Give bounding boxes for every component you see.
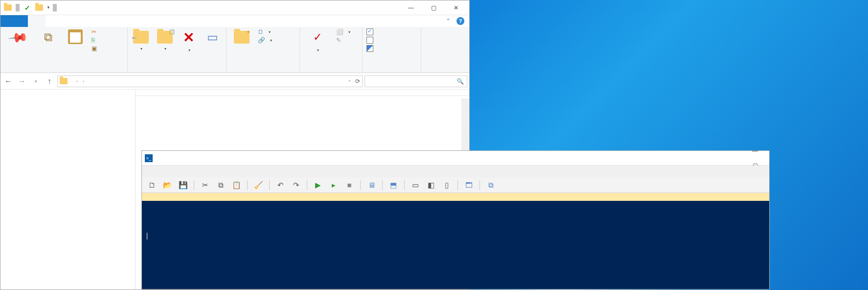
ise-toolbar[interactable]: 🗋 📂 💾 ✂ ⧉ 📋 🧹 ↶ ↷ ▶ ▸ ■ 🖥 ⬒ ▭ ◧ ▯ 🗔 ⧉ — [142, 177, 769, 193]
new-script-icon[interactable]: 🗋 — [145, 178, 159, 192]
search-icon[interactable]: 🔍 — [457, 78, 464, 85]
layout2-icon[interactable]: ◧ — [424, 178, 438, 192]
run-selection-icon[interactable]: ▸ — [327, 178, 341, 192]
minimize-button[interactable]: — — [400, 0, 422, 15]
ise-app-icon: >_ — [145, 154, 153, 162]
run-icon[interactable]: ▶ — [311, 178, 325, 192]
address-bar[interactable]: › › ⌄ ⟳ — [57, 75, 363, 87]
new-item-button[interactable]: 🗋▾ — [257, 28, 273, 36]
ise-console[interactable] — [142, 201, 769, 289]
paste-icon[interactable]: 📋 — [229, 178, 243, 192]
titlebar[interactable]: ✓ ▼ — ▢ ✕ — [0, 0, 469, 15]
ise-minimize-button[interactable]: — — [744, 144, 766, 158]
ise-titlebar[interactable]: >_ — ▢ — [142, 151, 769, 166]
paste-button[interactable] — [63, 28, 88, 46]
tab-file[interactable] — [0, 15, 28, 27]
powershell-ise-window: >_ — ▢ 🗋 📂 💾 ✂ ⧉ 📋 🧹 ↶ ↷ ▶ ▸ ■ 🖥 ⬒ ▭ ◧ ▯… — [141, 150, 770, 290]
search-input[interactable] — [368, 78, 457, 85]
select-all-button[interactable] — [365, 28, 376, 36]
select-none-button[interactable] — [365, 36, 376, 44]
new-tab-icon[interactable]: ⬒ — [387, 178, 400, 192]
refresh-icon[interactable]: ⟳ — [355, 78, 360, 85]
copy-to-button[interactable]: ❐▾ — [155, 28, 176, 51]
delete-button[interactable]: ✕▾ — [179, 28, 200, 52]
cut-icon[interactable]: ✂ — [198, 178, 212, 192]
column-headers[interactable] — [136, 90, 469, 96]
copy-icon[interactable]: ⧉ — [214, 178, 228, 192]
layout3-icon[interactable]: ▯ — [440, 178, 454, 192]
tab-home[interactable] — [28, 15, 46, 27]
pin-quick-access-button[interactable]: 📌 — [3, 28, 33, 47]
collapse-ribbon-icon[interactable]: ⌃ — [446, 18, 451, 24]
remote-icon[interactable]: 🖥 — [365, 178, 378, 192]
edit-button[interactable]: ✎ — [335, 36, 351, 44]
new-folder-button[interactable]: ✦ — [229, 28, 254, 45]
tab-view[interactable] — [63, 15, 81, 27]
ise-menubar[interactable] — [142, 166, 769, 177]
show-command-icon[interactable]: ⧉ — [484, 178, 498, 192]
navbar: ← → ▾ ↑ › › ⌄ ⟳ 🔍 — [0, 73, 469, 90]
back-button[interactable]: ← — [2, 75, 14, 87]
copy-path-button[interactable]: ⎘ — [91, 36, 100, 44]
paste-shortcut-button[interactable]: ▣ — [91, 45, 100, 52]
help-icon[interactable]: ? — [457, 17, 464, 25]
commands-icon[interactable]: 🗔 — [462, 178, 476, 192]
invert-selection-button[interactable] — [365, 45, 376, 52]
move-to-button[interactable]: ←▾ — [131, 28, 152, 51]
address-dropdown-icon[interactable]: ⌄ — [348, 78, 351, 85]
rename-button[interactable]: ▭ — [202, 28, 223, 47]
open-button[interactable]: ⬜▾ — [335, 28, 351, 36]
ribbon: 📌 ⧉ ✂ ⎘ ▣ ←▾ ❐▾ ✕▾ ▭ ✦ — [0, 27, 469, 73]
layout1-icon[interactable]: ▭ — [409, 178, 422, 192]
ise-warning-bar — [142, 193, 769, 201]
ribbon-tabs: ⌃ ? — [0, 15, 469, 27]
clear-icon[interactable]: 🧹 — [251, 178, 265, 192]
forward-button[interactable]: → — [16, 75, 28, 87]
open-icon[interactable]: 📂 — [160, 178, 174, 192]
redo-icon[interactable]: ↷ — [289, 178, 303, 192]
stop-icon[interactable]: ■ — [343, 178, 356, 192]
search-box[interactable]: 🔍 — [365, 75, 467, 87]
copy-button[interactable]: ⧉ — [36, 28, 60, 47]
up-button[interactable]: ↑ — [44, 75, 55, 87]
cut-button[interactable]: ✂ — [91, 28, 100, 36]
recent-dropdown[interactable]: ▾ — [30, 75, 42, 87]
maximize-button[interactable]: ▢ — [422, 0, 445, 15]
easy-access-button[interactable]: 🔗▾ — [257, 36, 273, 44]
chevron-down-icon[interactable]: ▼ — [46, 5, 50, 10]
save-icon[interactable]: 💾 — [176, 178, 190, 192]
qat-newfolder-icon[interactable] — [34, 2, 45, 13]
qat-properties-icon[interactable]: ✓ — [22, 2, 33, 13]
properties-button[interactable]: ✓▾ — [303, 28, 332, 52]
folder-tree[interactable] — [0, 90, 136, 290]
qat-folder-icon[interactable] — [2, 2, 13, 13]
undo-icon[interactable]: ↶ — [274, 178, 287, 192]
close-button[interactable]: ✕ — [445, 0, 467, 15]
tab-share[interactable] — [46, 15, 63, 27]
